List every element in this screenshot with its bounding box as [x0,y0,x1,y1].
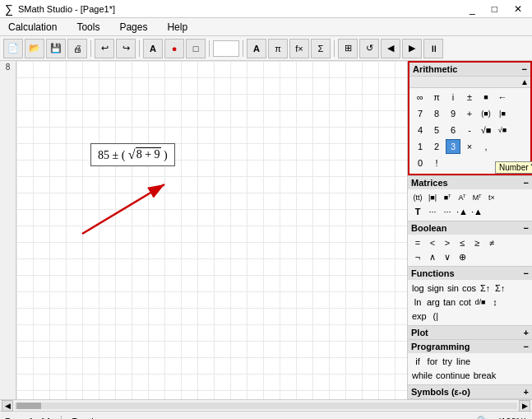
sym-ne[interactable]: ≠ [485,236,498,249]
sym-try[interactable]: try [441,355,454,368]
menu-calculation[interactable]: Calculation [5,20,60,35]
sym-matrix-dots3[interactable]: ·▲ [456,205,469,218]
menu-pages[interactable]: Pages [116,20,150,35]
sym-8[interactable]: 8 [429,106,444,121]
sym-log[interactable]: log [411,282,425,295]
sym-9[interactable]: 9 [446,106,460,121]
sym-matrix-tx[interactable]: t× [485,191,498,204]
pause-button[interactable]: ⏸ [423,39,443,58]
sym-not[interactable]: ¬ [411,250,424,263]
sym-break[interactable]: break [473,369,497,382]
matrices-collapse-icon[interactable]: − [524,178,529,188]
sym-deriv[interactable]: d/■ [474,296,487,309]
sym-matrix-m[interactable]: Mᵀ [470,191,483,204]
back-button[interactable]: ◀ [381,39,400,58]
sym-larrow[interactable]: ← [495,90,510,105]
plot-header[interactable]: Plot + [408,326,532,339]
sym-parens[interactable]: (■) [479,106,493,121]
canvas[interactable]: 85 ± ( √8 + 9 ) [16,61,407,399]
boolean-collapse-icon[interactable]: − [524,223,529,233]
hscroll-track[interactable] [15,403,517,409]
sym-sum1[interactable]: Σ↑ [479,282,492,295]
sym-matrix-tt[interactable]: (tt) [411,191,424,204]
font-size-input[interactable]: 10 [213,40,239,57]
sym-sqrt[interactable]: √■ [479,123,493,137]
sym-factorial[interactable]: ! [429,156,444,170]
color-button[interactable]: ● [164,39,184,58]
sym-integral[interactable]: ↕ [488,296,502,309]
pi-button[interactable]: π [268,39,288,58]
new-button[interactable]: 📄 [3,39,23,58]
sym-matrix-dots1[interactable]: ··· [426,205,439,218]
sym-eq[interactable]: = [411,236,424,249]
font-button[interactable]: A [143,39,163,58]
sym-2[interactable]: 2 [429,139,444,154]
sym-arg[interactable]: arg [426,296,441,309]
close-button[interactable]: ✕ [509,3,527,15]
sym-lt[interactable]: < [426,236,439,249]
sym-continue[interactable]: continue [435,369,471,382]
save-button[interactable]: 💾 [46,39,66,58]
rect-button[interactable]: □ [186,39,206,58]
sym-plusminus[interactable]: ± [462,90,477,105]
hscroll-left-btn[interactable]: ◀ [2,400,13,412]
sym-square-small[interactable]: ■ [479,90,493,105]
fx-button[interactable]: f× [289,39,309,58]
programming-header[interactable]: Programming − [408,340,532,353]
sym-xor[interactable]: ⊕ [456,250,469,263]
scroll-up-icon[interactable]: ▲ [520,77,529,86]
sym-while[interactable]: while [411,369,433,382]
functions-collapse-icon[interactable]: − [524,268,529,278]
sym-comma[interactable]: , [479,139,493,154]
symbols-eo-header[interactable]: Symbols (ε-ο) + [408,385,532,398]
matrices-header[interactable]: Matrices − [408,176,532,189]
sym-gt[interactable]: > [441,236,454,249]
maximize-button[interactable]: □ [487,3,502,15]
sym-nthroot[interactable]: √■ [495,123,510,137]
sym-cos[interactable]: cos [461,282,477,295]
sym-ln[interactable]: ln [411,296,424,309]
plot-expand-icon[interactable]: + [524,328,529,338]
programming-collapse-icon[interactable]: − [524,342,529,351]
sym-sign[interactable]: sign [427,282,445,295]
sym-piecewise[interactable]: (| [429,310,442,323]
minimize-button[interactable]: _ [465,3,480,15]
sym-minus[interactable]: - [462,123,477,137]
sym-le[interactable]: ≤ [456,236,469,249]
sym-sum2[interactable]: Σ↑ [493,282,507,295]
sym-0[interactable]: 0 [413,156,428,170]
forward-button[interactable]: ▶ [402,39,422,58]
sym-matrix-dots4[interactable]: ·▲ [470,205,483,218]
sym-and[interactable]: ∧ [426,250,439,263]
functions-header[interactable]: Functions − [408,267,532,280]
sym-1[interactable]: 1 [413,139,428,154]
sym-cot[interactable]: cot [458,296,472,309]
menu-help[interactable]: Help [164,20,191,35]
formula-button[interactable]: A [247,39,266,58]
undo-button[interactable]: ↩ [95,39,114,58]
redo-button[interactable]: ↪ [116,39,136,58]
print-button[interactable]: 🖨 [67,39,87,58]
sym-plus[interactable]: + [462,106,477,121]
sym-sin[interactable]: sin [446,282,460,295]
symbols-eo-expand-icon[interactable]: + [524,387,529,397]
sym-times[interactable]: × [462,139,477,154]
sym-ge[interactable]: ≥ [470,236,483,249]
boolean-header[interactable]: Boolean − [408,221,532,235]
sym-matrix-det[interactable]: |■| [426,191,439,204]
sym-i[interactable]: i [446,90,460,105]
sym-matrix-T[interactable]: T [411,205,424,218]
screen-button[interactable]: ⊞ [338,39,358,58]
sym-exp[interactable]: exp [411,310,428,323]
arithmetic-collapse-icon[interactable]: − [522,64,527,74]
sym-5[interactable]: 5 [429,123,444,137]
sym-line[interactable]: line [456,355,471,368]
sym-matrix-t[interactable]: ■ᵀ [441,191,454,204]
sym-4[interactable]: 4 [413,123,428,137]
hscroll-right-btn[interactable]: ▶ [519,400,530,412]
sym-for[interactable]: for [426,355,439,368]
sym-6[interactable]: 6 [446,123,460,137]
sym-if[interactable]: if [411,355,424,368]
sym-matrix-dots2[interactable]: ··· [441,205,454,218]
sym-or[interactable]: ∨ [441,250,454,263]
